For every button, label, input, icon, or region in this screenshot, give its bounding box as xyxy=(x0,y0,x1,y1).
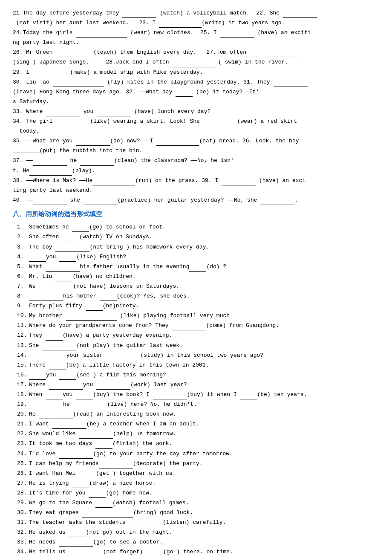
line-37d: t. He(play). xyxy=(13,166,379,176)
list-item: 31. The teacher asks the students (liste… xyxy=(17,518,379,527)
line-37: 37. —— he (clean) the classroom? ——No, h… xyxy=(13,156,379,165)
item-num: 11. xyxy=(17,321,29,330)
item-num: 30. xyxy=(17,508,29,517)
item-text: My brother (like) playing football very … xyxy=(29,311,230,321)
item-num: 4. xyxy=(17,252,29,262)
item-text: you (like) English? xyxy=(29,252,126,262)
line-34d: today. xyxy=(13,127,379,136)
line-39c: ting party last weekend. xyxy=(13,186,379,195)
text-33b: you xyxy=(80,108,97,115)
item-num: 28. xyxy=(17,489,29,498)
item-text: She (not play) the guitar last week. xyxy=(29,341,183,350)
line-33: 33. Where you (have) lunch every day? xyxy=(13,107,379,116)
item-num: 31. xyxy=(17,518,29,527)
item-num: 33. xyxy=(17,538,29,547)
item-num: 32. xyxy=(17,528,29,537)
item-text: We (not have) lessons on Saturdays. xyxy=(29,282,179,291)
item-num: 18. xyxy=(17,390,29,399)
blank-23 xyxy=(159,21,202,28)
blank-32a xyxy=(176,90,193,97)
text-24b: (wear) new clothes. 25. I xyxy=(127,29,220,36)
list-item: 26. I want Han Mei (get ) together with … xyxy=(17,469,379,478)
item-text: They (have) a party yesterday evening. xyxy=(29,331,172,340)
part1-section: 21.The day before yesterday they (watch)… xyxy=(13,9,379,205)
blank-40b xyxy=(84,198,118,205)
list-item: 28. It's time for you (go) home now. xyxy=(17,489,379,498)
list-item: 20. He (read) an interesting book now. xyxy=(17,410,379,419)
text-26b: (teach) them English every day. 27.Tom o… xyxy=(90,49,249,55)
blank-33a xyxy=(46,110,80,116)
text-35b: (do) now? ——I xyxy=(110,138,156,144)
text-38: 38. ——Where is Mak? ——He xyxy=(13,177,92,184)
text-24: 24.Today the girls xyxy=(13,29,76,36)
text-40b: she xyxy=(67,197,84,203)
blank-27 xyxy=(250,50,301,57)
item-text: He needs (go) to see a doctor. xyxy=(29,538,163,547)
line-29: 29. I (make) a model ship with Mike yest… xyxy=(13,68,379,77)
text-21b: (watch) a volleyball match. 22.–She xyxy=(156,10,282,16)
blank-21a xyxy=(122,11,156,18)
item-text: She often (watch) TV on Sundays. xyxy=(29,232,153,242)
blank-26 xyxy=(56,50,90,57)
text-34d: today. xyxy=(13,128,39,134)
blank-35a xyxy=(76,139,110,146)
blank-31 xyxy=(274,80,308,87)
text-39b: (have) an exci xyxy=(256,177,306,184)
list-item: 4. you (like) English? xyxy=(17,252,379,262)
text-37: 37. —— xyxy=(13,157,33,164)
blank-40c xyxy=(260,198,294,205)
text-34c: (wear) a red skirt xyxy=(237,118,297,124)
item-num: 16. xyxy=(17,370,29,380)
list-item: 21. I want (be) a teacher when I am an a… xyxy=(17,419,379,429)
item-text: I want Han Mei (get ) together with us. xyxy=(29,469,176,478)
blank-25 xyxy=(220,31,254,38)
blank-28a xyxy=(172,61,215,67)
list-item: 14. your sister (study) in this school t… xyxy=(17,351,379,360)
list-item: 12. They (have) a party yesterday evenin… xyxy=(17,331,379,340)
item-text: She would like (help) us tomorrow. xyxy=(29,429,176,439)
item-text: The teacher asks the students (listen) c… xyxy=(29,518,226,527)
line-22b: _(not visit) her aunt last weekend. 23. … xyxy=(13,18,379,28)
item-text: I'd love (go) to your party the day afte… xyxy=(29,449,233,459)
text-33: 33. Where xyxy=(13,108,46,115)
item-text: They eat grapes (bring) good luck. xyxy=(29,508,193,517)
line-27b: (sing ) Japanese songs. 28.Jack and I of… xyxy=(13,58,379,67)
text-36b: ________(put) the rubbish into the bin. xyxy=(13,147,142,154)
item-num: 15. xyxy=(17,361,29,370)
item-text: He (read) an interesting book now. xyxy=(29,410,176,419)
list-item: 17. Where you (work) last year? xyxy=(17,380,379,390)
item-num: 20. xyxy=(17,410,29,419)
list-item: 33. He needs (go) to see a doctor. xyxy=(17,538,379,547)
item-num: 2. xyxy=(17,232,29,242)
text-27b: (sing ) Japanese songs. 28.Jack and I of… xyxy=(13,59,172,65)
list-item: 11. Where do your grandparents come from… xyxy=(17,321,379,330)
line-26: 26. Mr Green (teach) them English every … xyxy=(13,48,379,57)
text-32b: (be) it today? –It' xyxy=(193,89,259,95)
line-21: 21.The day before yesterday they (watch)… xyxy=(13,9,379,18)
blank-38a xyxy=(92,179,135,185)
blank-24 xyxy=(76,31,127,38)
list-item: 18. When you (buy) the book? I (buy) it … xyxy=(17,390,379,399)
list-item: 23. It took me two days (finish) the wor… xyxy=(17,439,379,448)
item-num: 29. xyxy=(17,498,29,508)
list-item: 15. There (be) a little factory in this … xyxy=(17,361,379,370)
list-item: 19. he (live) here? No, he didn't. xyxy=(17,400,379,409)
list-item: 30. They eat grapes (bring) good luck. xyxy=(17,508,379,517)
line-25b: ng party last night. xyxy=(13,38,379,47)
text-40: 40. —— xyxy=(13,197,33,203)
blank-35b xyxy=(156,139,199,146)
blank-39 xyxy=(222,179,256,185)
line-34: 34. The girl (like) wearing a skirt. Loo… xyxy=(13,117,379,126)
text-34b: (like) wearing a skirt. Look! She xyxy=(90,118,203,124)
text-37b: he xyxy=(67,157,80,164)
item-text: his mother (cook)? Yes, she does. xyxy=(29,292,190,301)
text-26: 26. Mr Green xyxy=(13,49,56,55)
item-num: 22. xyxy=(17,429,29,439)
item-num: 3. xyxy=(17,243,29,252)
list-item: 5. What his father usually in the evenin… xyxy=(17,262,379,272)
blank-37a xyxy=(33,159,67,166)
text-33c: (have) lunch every day? xyxy=(131,108,210,115)
text-37d: t. He xyxy=(13,168,29,174)
blank-37b xyxy=(80,159,114,166)
list-item: 6. Mr. Liu (have) no children. xyxy=(17,272,379,281)
